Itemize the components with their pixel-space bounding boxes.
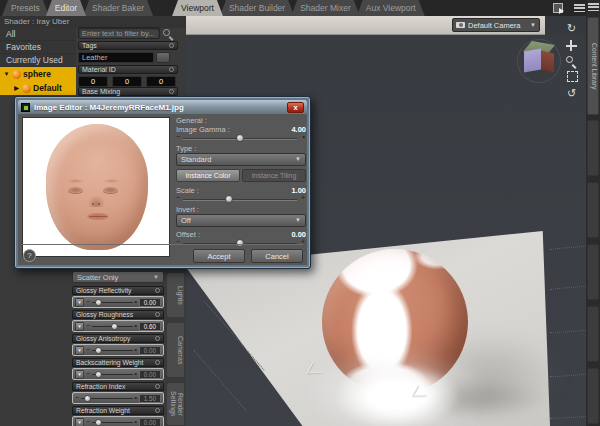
tag-edit-button[interactable] xyxy=(156,52,170,63)
pane-tab-cameras[interactable]: Cameras xyxy=(166,322,184,378)
node-selection-tool-icon[interactable] xyxy=(553,3,563,13)
parameter-knob-icon[interactable] xyxy=(169,67,174,72)
slider-handle[interactable] xyxy=(84,395,91,402)
view-cube[interactable] xyxy=(520,41,560,81)
tree-item-default[interactable]: ▶ Default xyxy=(0,81,76,95)
decrement-icon[interactable]: − xyxy=(86,345,90,355)
camera-selector-dropdown[interactable]: Default Camera ▼ xyxy=(452,18,540,32)
material-id-field[interactable]: 0 xyxy=(78,76,108,87)
slider-handle[interactable] xyxy=(225,195,233,203)
close-icon[interactable]: x xyxy=(287,102,304,113)
param-value[interactable]: 0.60 xyxy=(139,322,161,331)
decrement-icon[interactable]: − xyxy=(86,297,90,307)
param-options-button[interactable]: ▼ xyxy=(75,346,84,355)
parameter-knob-icon[interactable] xyxy=(155,360,160,365)
material-id-field[interactable]: 0 xyxy=(146,76,176,87)
slider-handle[interactable] xyxy=(95,419,102,426)
param-value[interactable]: 0.00 xyxy=(139,346,161,355)
slider-track[interactable] xyxy=(81,394,132,403)
decrement-icon[interactable]: − xyxy=(86,417,90,426)
sidebar-item-favorites[interactable]: Favorites xyxy=(0,41,76,54)
decrement-icon[interactable]: − xyxy=(86,369,90,379)
slider-handle[interactable] xyxy=(95,299,102,306)
dock-tab-content-library[interactable]: Content Library xyxy=(587,17,599,115)
pane-tab-lights[interactable]: Lights xyxy=(166,272,184,318)
parameter-knob-icon[interactable] xyxy=(155,312,160,317)
increment-icon[interactable]: + xyxy=(301,194,305,201)
search-input[interactable] xyxy=(78,27,160,39)
increment-icon[interactable]: • xyxy=(135,297,137,307)
search-icon[interactable] xyxy=(163,29,170,36)
param-options-button[interactable]: ▼ xyxy=(75,322,84,331)
reset-view-icon[interactable]: ↺ xyxy=(564,87,579,101)
pan-tool-icon[interactable] xyxy=(564,39,579,53)
dock-menu-icon[interactable] xyxy=(588,3,599,11)
tab-shader-mixer[interactable]: Shader Mixer xyxy=(291,0,360,16)
param-value[interactable]: 0.00 xyxy=(139,418,161,426)
orbit-tool-icon[interactable]: ↻ xyxy=(564,22,579,36)
pane-menu-icon[interactable] xyxy=(574,4,585,12)
decrement-icon[interactable]: − xyxy=(86,321,90,331)
tab-viewport[interactable]: Viewport xyxy=(172,0,223,16)
accept-button[interactable]: Accept xyxy=(193,249,245,263)
expander-open-icon[interactable]: ▼ xyxy=(3,67,10,81)
parameter-knob-icon[interactable] xyxy=(155,384,160,389)
increment-icon[interactable]: • xyxy=(135,321,137,331)
param-value[interactable]: 1.50 xyxy=(139,394,161,403)
tags-value-field[interactable]: Leather xyxy=(78,52,154,63)
tree-item-sphere[interactable]: ▼ sphere xyxy=(0,67,76,81)
expander-closed-icon[interactable]: ▶ xyxy=(13,81,20,95)
tab-shader-baker[interactable]: Shader Baker xyxy=(83,0,153,16)
dock-tab-collapsed[interactable] xyxy=(587,306,599,362)
instance-color-tab[interactable]: Instance Color xyxy=(176,169,240,182)
increment-icon[interactable]: • xyxy=(135,345,137,355)
slider-track[interactable] xyxy=(92,322,132,331)
tab-editor[interactable]: Editor xyxy=(46,0,86,16)
param-options-button[interactable]: ▼ xyxy=(75,418,84,426)
param-options-button[interactable]: ▼ xyxy=(75,298,84,307)
view-cube-side-face[interactable] xyxy=(541,51,554,73)
slider-track[interactable] xyxy=(92,346,132,355)
mixing-mode-dropdown[interactable]: Scatter Only ▼ xyxy=(72,271,164,283)
image-gamma-slider[interactable]: − • xyxy=(176,134,306,144)
slider-handle[interactable] xyxy=(236,239,244,247)
parameter-knob-icon[interactable] xyxy=(169,89,174,94)
decrement-icon[interactable]: − xyxy=(176,133,180,140)
increment-icon[interactable]: • xyxy=(135,369,137,379)
instance-tiling-tab[interactable]: Instance Tiling xyxy=(242,169,306,182)
cancel-button[interactable]: Cancel xyxy=(251,249,303,263)
slider-track[interactable] xyxy=(92,370,132,379)
slider-handle[interactable] xyxy=(95,371,102,378)
sidebar-item-currently-used[interactable]: Currently Used xyxy=(0,54,76,67)
tab-presets[interactable]: Presets xyxy=(2,0,49,16)
increment-icon[interactable]: • xyxy=(135,393,137,403)
parameter-knob-icon[interactable] xyxy=(155,288,160,293)
slider-track[interactable] xyxy=(92,298,132,307)
invert-dropdown[interactable]: Off ▼ xyxy=(176,214,306,227)
pane-tab-render-settings[interactable]: Render Settings xyxy=(166,382,184,426)
param-value[interactable]: 0.00 xyxy=(139,298,161,307)
tab-aux-viewport[interactable]: Aux Viewport xyxy=(357,0,425,16)
slider-handle[interactable] xyxy=(111,323,118,330)
dock-tab-collapsed[interactable] xyxy=(587,368,599,424)
decrement-icon[interactable]: − xyxy=(75,393,79,403)
increment-icon[interactable]: • xyxy=(135,417,137,426)
zoom-tool-icon[interactable] xyxy=(564,55,579,69)
help-icon[interactable]: ? xyxy=(23,249,36,262)
sidebar-item-all[interactable]: All xyxy=(0,28,76,41)
decrement-icon[interactable]: − xyxy=(176,194,180,201)
dock-tab-collapsed[interactable] xyxy=(587,120,599,176)
parameter-knob-icon[interactable] xyxy=(155,336,160,341)
material-id-field[interactable]: 0 xyxy=(112,76,142,87)
frame-tool-icon[interactable] xyxy=(564,71,579,85)
tab-shader-builder[interactable]: Shader Builder xyxy=(220,0,294,16)
parameter-knob-icon[interactable] xyxy=(169,43,174,48)
dock-tab-collapsed[interactable] xyxy=(587,182,599,238)
type-dropdown[interactable]: Standard ▼ xyxy=(176,153,306,166)
slider-track[interactable] xyxy=(92,418,132,426)
view-cube-front-face[interactable] xyxy=(524,49,541,73)
slider-handle[interactable] xyxy=(95,347,102,354)
param-value[interactable]: 0.00 xyxy=(139,370,161,379)
parameter-knob-icon[interactable] xyxy=(155,408,160,413)
param-options-button[interactable]: ▼ xyxy=(75,370,84,379)
